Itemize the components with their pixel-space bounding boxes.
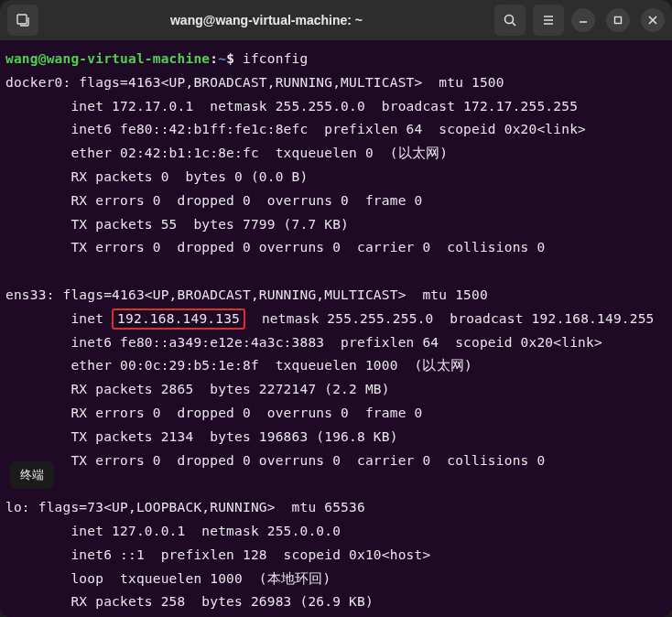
ens33-inet-pre: inet bbox=[5, 311, 112, 326]
window-controls bbox=[571, 8, 665, 32]
svg-point-1 bbox=[505, 16, 514, 24]
ens33-tx-errors: TX errors 0 dropped 0 overruns 0 carrier… bbox=[5, 453, 545, 468]
docker0-ether: ether 02:42:b1:1c:8e:fc txqueuelen 0 (以太… bbox=[5, 146, 448, 160]
menu-button[interactable] bbox=[533, 5, 564, 36]
docker0-inet6: inet6 fe80::42:b1ff:fe1c:8efc prefixlen … bbox=[5, 122, 586, 136]
lo-rx-packets: RX packets 258 bytes 26983 (26.9 KB) bbox=[5, 594, 374, 609]
lo-inet6: inet6 ::1 prefixlen 128 scopeid 0x10<hos… bbox=[5, 547, 430, 562]
close-button[interactable] bbox=[641, 8, 665, 32]
lo-header: lo: flags=73<UP,LOOPBACK,RUNNING> mtu 65… bbox=[5, 500, 365, 514]
new-tab-button[interactable] bbox=[7, 5, 38, 36]
docker0-rx-errors: RX errors 0 dropped 0 overruns 0 frame 0 bbox=[5, 193, 422, 208]
prompt-path: ~ bbox=[218, 51, 226, 66]
lo-inet: inet 127.0.0.1 netmask 255.0.0.0 bbox=[5, 524, 341, 538]
minimize-icon bbox=[579, 16, 588, 25]
prompt-user: wang@wang-virtual-machine bbox=[5, 51, 210, 66]
ens33-ether: ether 00:0c:29:b5:1e:8f txqueuelen 1000 … bbox=[5, 358, 472, 373]
minimize-button[interactable] bbox=[571, 8, 595, 32]
docker0-header: docker0: flags=4163<UP,BROADCAST,RUNNING… bbox=[5, 75, 504, 90]
docker0-inet: inet 172.17.0.1 netmask 255.255.0.0 broa… bbox=[5, 99, 578, 114]
window-title: wang@wang-virtual-machine: ~ bbox=[46, 13, 487, 27]
docker0-tx-packets: TX packets 55 bytes 7799 (7.7 KB) bbox=[5, 217, 349, 232]
hamburger-icon bbox=[541, 13, 556, 27]
command-text: ifconfig bbox=[243, 51, 308, 66]
ens33-rx-packets: RX packets 2865 bytes 2272147 (2.2 MB) bbox=[5, 382, 390, 396]
svg-rect-0 bbox=[17, 15, 27, 24]
search-button[interactable] bbox=[494, 5, 526, 36]
titlebar: wang@wang-virtual-machine: ~ bbox=[0, 0, 672, 40]
ens33-header: ens33: flags=4163<UP,BROADCAST,RUNNING,M… bbox=[5, 287, 488, 302]
tooltip: 终端 bbox=[10, 461, 54, 489]
ens33-rx-errors: RX errors 0 dropped 0 overruns 0 frame 0 bbox=[5, 406, 422, 420]
ens33-inet6: inet6 fe80::a349:e12e:4a3c:3883 prefixle… bbox=[5, 335, 602, 350]
docker0-rx-packets: RX packets 0 bytes 0 (0.0 B) bbox=[5, 169, 308, 184]
new-tab-icon bbox=[16, 13, 30, 27]
search-icon bbox=[503, 13, 517, 27]
close-icon bbox=[648, 16, 657, 25]
maximize-icon bbox=[613, 16, 623, 25]
maximize-button[interactable] bbox=[606, 8, 630, 32]
ens33-tx-packets: TX packets 2134 bytes 196863 (196.8 KB) bbox=[5, 429, 398, 444]
highlighted-ip: 192.168.149.135 bbox=[112, 308, 245, 330]
prompt-sigil: $ bbox=[226, 51, 234, 66]
lo-loop: loop txqueuelen 1000 (本地环回) bbox=[5, 571, 331, 586]
prompt-colon: : bbox=[210, 51, 218, 66]
terminal-output[interactable]: wang@wang-virtual-machine:~$ ifconfig do… bbox=[0, 40, 672, 617]
svg-line-2 bbox=[513, 23, 516, 27]
ens33-inet-post: netmask 255.255.255.0 broadcast 192.168.… bbox=[245, 311, 655, 326]
svg-rect-7 bbox=[615, 17, 622, 24]
docker0-tx-errors: TX errors 0 dropped 0 overruns 0 carrier… bbox=[5, 240, 545, 254]
